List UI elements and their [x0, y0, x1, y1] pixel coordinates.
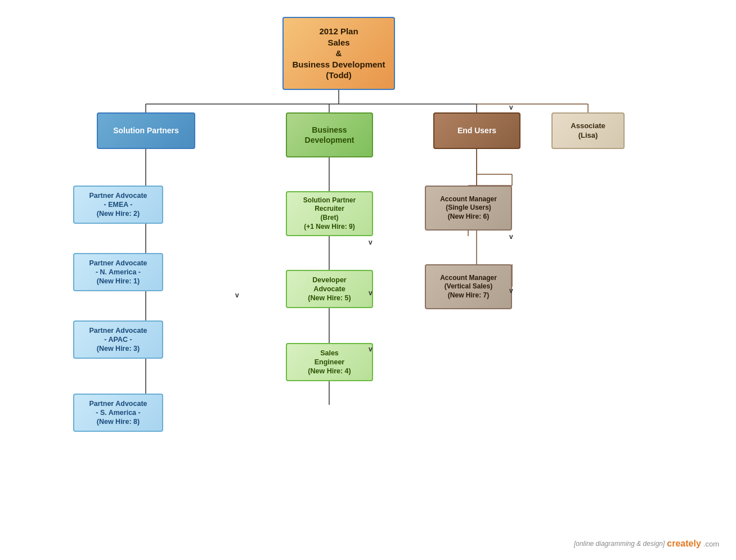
watermark: [online diagramming & design] creately .…: [574, 539, 719, 549]
recruiter-node: Solution Partner Recruiter (Bret) (+1 Ne…: [286, 191, 373, 236]
diagram-container: 2012 Plan Sales & Business Development (…: [0, 0, 736, 560]
v-marker-3: v: [369, 289, 373, 297]
associate-label: Associate (Lisa): [571, 121, 605, 141]
sales-engineer-label: Sales Engineer (New Hire: 4): [308, 349, 351, 376]
partner-apac-node: Partner Advocate - APAC - (New Hire: 3): [73, 320, 163, 359]
v-marker-6: v: [509, 233, 513, 241]
business-dev-label: Business Development: [305, 125, 354, 145]
associate-node: Associate (Lisa): [551, 112, 625, 149]
partner-apac-label: Partner Advocate - APAC - (New Hire: 3): [89, 326, 147, 354]
watermark-tld: .com: [703, 540, 719, 548]
partner-south-am-node: Partner Advocate - S. America - (New Hir…: [73, 394, 163, 432]
root-label: 2012 Plan Sales & Business Development (…: [292, 26, 385, 81]
acct-single-label: Account Manager (Single Users) (New Hire…: [440, 195, 497, 222]
solution-partners-node: Solution Partners: [97, 112, 195, 149]
acct-single-node: Account Manager (Single Users) (New Hire…: [425, 186, 512, 231]
acct-vertical-node: Account Manager (Vertical Sales) (New Hi…: [425, 264, 512, 309]
partner-emea-label: Partner Advocate - EMEA - (New Hire: 2): [89, 191, 147, 219]
end-users-node: End Users: [433, 112, 520, 149]
watermark-brand: creately: [667, 539, 701, 549]
acct-vertical-label: Account Manager (Vertical Sales) (New Hi…: [440, 274, 497, 300]
partner-north-am-node: Partner Advocate - N. America - (New Hir…: [73, 253, 163, 291]
sales-engineer-node: Sales Engineer (New Hire: 4): [286, 343, 373, 381]
partner-emea-node: Partner Advocate - EMEA - (New Hire: 2): [73, 186, 163, 224]
root-node: 2012 Plan Sales & Business Development (…: [282, 17, 395, 90]
partner-south-am-label: Partner Advocate - S. America - (New Hir…: [89, 399, 147, 427]
partner-north-am-label: Partner Advocate - N. America - (New Hir…: [89, 259, 147, 286]
v-marker-4: v: [369, 345, 373, 353]
solution-partners-label: Solution Partners: [113, 125, 179, 136]
end-users-label: End Users: [457, 125, 496, 136]
business-dev-node: Business Development: [286, 112, 373, 157]
dev-advocate-node: Developer Advocate (New Hire: 5): [286, 270, 373, 308]
v-marker-2: v: [369, 238, 373, 246]
v-marker-7: v: [509, 287, 513, 295]
dev-advocate-label: Developer Advocate (New Hire: 5): [308, 276, 351, 303]
watermark-bracket: [online diagramming & design]: [574, 540, 665, 548]
v-marker-5: v: [509, 103, 513, 111]
v-marker-1: v: [235, 291, 239, 299]
recruiter-label: Solution Partner Recruiter (Bret) (+1 Ne…: [303, 196, 356, 231]
